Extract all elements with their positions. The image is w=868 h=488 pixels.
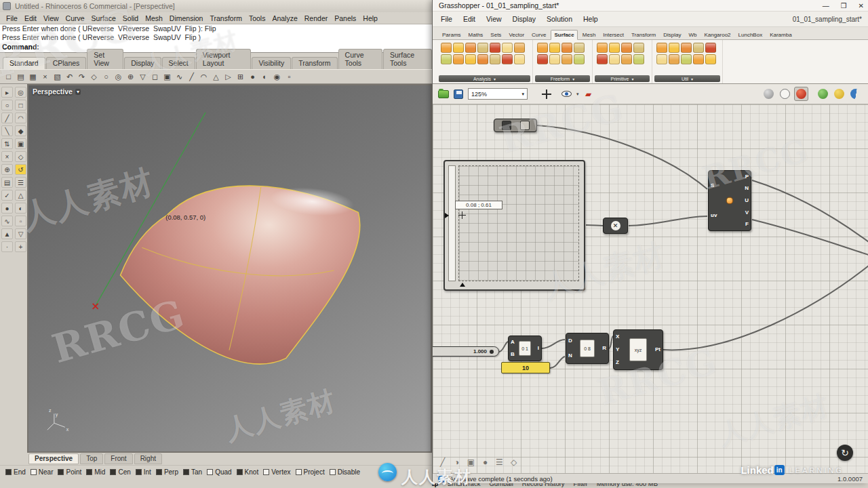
component-icon[interactable] bbox=[621, 43, 632, 53]
osnap-toggle[interactable]: Near bbox=[31, 468, 54, 476]
toolbar-icon[interactable]: □ bbox=[3, 71, 14, 83]
toolbar-icon[interactable]: ○ bbox=[100, 71, 112, 83]
ribbon-group-label[interactable]: Util▾ bbox=[654, 75, 720, 82]
menu-item[interactable]: Surface bbox=[88, 14, 119, 22]
osnap-toggle[interactable]: Vertex bbox=[263, 468, 290, 476]
osnap-toggle[interactable]: Point bbox=[58, 468, 81, 476]
toolbar-icon[interactable]: + bbox=[15, 241, 26, 252]
input-port[interactable]: uv bbox=[711, 213, 717, 218]
menu-item[interactable]: File bbox=[435, 15, 458, 23]
md-slider-grid[interactable] bbox=[458, 165, 579, 281]
menu-item[interactable]: Solid bbox=[119, 14, 142, 22]
toolbar-icon[interactable]: ▧ bbox=[52, 71, 63, 83]
preview-shaded-red-icon[interactable] bbox=[796, 89, 806, 99]
osnap-toggle[interactable]: Project bbox=[296, 468, 325, 476]
component-icon[interactable] bbox=[574, 43, 585, 53]
output-port[interactable]: I bbox=[538, 346, 539, 351]
toolbar-icon[interactable]: ▽ bbox=[137, 71, 149, 83]
zoom-extents-icon[interactable] bbox=[542, 89, 551, 99]
menu-item[interactable]: Curve bbox=[62, 14, 88, 22]
viewport-tab[interactable]: Front bbox=[104, 453, 132, 464]
toolbar-icon[interactable]: ● bbox=[247, 71, 258, 83]
toolbar-icon[interactable]: · bbox=[1, 241, 13, 252]
minimize-button[interactable]: — bbox=[823, 2, 829, 9]
component-icon[interactable] bbox=[597, 54, 608, 64]
grasshopper-canvas[interactable]: 0.08 ; 0.61 ✕ Suv PNUVF 1.000 AB 0 1 I bbox=[433, 104, 868, 473]
md-slider-column[interactable] bbox=[448, 165, 456, 281]
component-icon[interactable] bbox=[681, 43, 692, 53]
menu-item[interactable]: Transform bbox=[206, 14, 245, 22]
component-icon[interactable] bbox=[574, 54, 585, 64]
component-icon[interactable] bbox=[490, 54, 500, 64]
number-slider-node[interactable]: 1.000 bbox=[433, 346, 499, 357]
toolbar-icon[interactable]: □ bbox=[15, 100, 26, 110]
menu-item[interactable]: View bbox=[40, 14, 62, 22]
menu-item[interactable]: File bbox=[3, 14, 21, 22]
menu-item[interactable]: Render bbox=[301, 14, 331, 22]
toolbar-icon[interactable]: ▣ bbox=[15, 138, 26, 149]
toolbar-icon[interactable]: ☰ bbox=[494, 456, 505, 468]
input-port[interactable]: Z bbox=[616, 360, 619, 365]
viewport-tab[interactable]: Perspective bbox=[28, 453, 79, 464]
toolbar-icon[interactable]: ◠ bbox=[15, 113, 26, 123]
component-icon[interactable] bbox=[693, 54, 704, 64]
toolbar-icon[interactable]: ↺ bbox=[15, 164, 26, 175]
menu-item[interactable]: Edit bbox=[21, 14, 40, 22]
component-tab[interactable]: Karamba bbox=[767, 30, 794, 39]
component-icon[interactable] bbox=[453, 43, 464, 53]
component-tab[interactable]: Intersect bbox=[600, 30, 627, 39]
component-icon[interactable] bbox=[537, 54, 548, 64]
component-icon[interactable] bbox=[705, 43, 716, 53]
toolbar-icon[interactable]: ◎ bbox=[113, 71, 124, 83]
component-tab[interactable]: Wb bbox=[686, 30, 699, 39]
component-icon[interactable] bbox=[549, 43, 560, 53]
checkbox-icon[interactable] bbox=[207, 469, 213, 475]
toolbar-tab[interactable]: Curve Tools bbox=[338, 49, 382, 69]
osnap-toggle[interactable]: Tan bbox=[183, 468, 202, 476]
component-icon[interactable] bbox=[514, 54, 525, 64]
evaluate-surface-node[interactable]: Suv PNUVF bbox=[708, 170, 751, 231]
toolbar-icon[interactable]: ▤ bbox=[15, 71, 26, 83]
toolbar-icon[interactable]: ◆ bbox=[15, 125, 26, 136]
toolbar-icon[interactable]: ◐ bbox=[259, 71, 271, 83]
component-icon[interactable] bbox=[705, 54, 716, 64]
menu-item[interactable]: Mesh bbox=[142, 14, 166, 22]
menu-item[interactable]: View bbox=[481, 15, 507, 23]
component-tab[interactable]: Sets bbox=[488, 30, 504, 39]
surface-param-node[interactable] bbox=[494, 119, 537, 132]
component-tab[interactable]: Mesh bbox=[580, 30, 599, 39]
checkbox-icon[interactable] bbox=[110, 469, 116, 475]
ribbon-group-label[interactable]: Primitive▾ bbox=[595, 75, 650, 82]
component-icon[interactable] bbox=[477, 54, 488, 64]
md-slider-node[interactable]: 0.08 ; 0.61 bbox=[443, 160, 585, 291]
viewport-scene[interactable]: (0.08, 0.57, 0) z y x bbox=[28, 85, 431, 451]
toolbar-icon[interactable]: ⊞ bbox=[235, 71, 246, 83]
toolbar-icon[interactable]: ☰ bbox=[15, 177, 26, 188]
toolbar-icon[interactable]: ◇ bbox=[88, 71, 100, 83]
input-port[interactable]: B bbox=[511, 352, 515, 357]
preview-wireframe-icon[interactable] bbox=[780, 89, 790, 99]
toolbar-icon[interactable]: ⊕ bbox=[1, 164, 13, 175]
input-port[interactable]: S bbox=[711, 183, 714, 188]
toolbar-icon[interactable]: ╱ bbox=[1, 113, 13, 123]
menu-item[interactable]: Display bbox=[507, 15, 541, 23]
toolbar-tab[interactable]: Display bbox=[124, 57, 161, 69]
toolbar-icon[interactable]: ▲ bbox=[1, 228, 13, 239]
component-tab[interactable]: LunchBox bbox=[736, 30, 766, 39]
component-icon[interactable] bbox=[465, 43, 476, 53]
toolbar-icon[interactable]: ▷ bbox=[222, 71, 234, 83]
component-icon[interactable] bbox=[656, 43, 667, 53]
slider-knob[interactable] bbox=[490, 350, 494, 354]
paint-brush-icon[interactable]: ▰ bbox=[584, 89, 593, 99]
component-tab[interactable]: Maths bbox=[466, 30, 486, 39]
component-icon[interactable] bbox=[441, 43, 452, 53]
osnap-toggle[interactable]: Cen bbox=[110, 468, 130, 476]
component-icon[interactable] bbox=[633, 43, 644, 53]
construct-point-node[interactable]: XYZ xyz Pt bbox=[613, 329, 663, 370]
checkbox-icon[interactable] bbox=[330, 469, 336, 475]
toolbar-icon[interactable]: ▣ bbox=[161, 71, 173, 83]
osnap-toggle[interactable]: Perp bbox=[156, 468, 178, 476]
output-port[interactable]: R bbox=[602, 346, 606, 351]
viewport-menu-chevron-icon[interactable]: ▾ bbox=[75, 89, 81, 95]
component-icon[interactable] bbox=[669, 54, 679, 64]
